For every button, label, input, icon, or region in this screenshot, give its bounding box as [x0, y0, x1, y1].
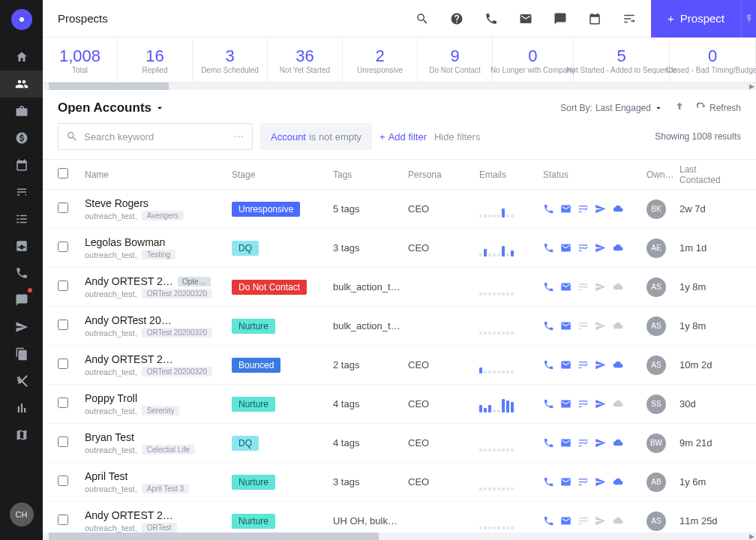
stat-card[interactable]: 16Replied [118, 38, 193, 82]
prospect-name[interactable]: Andy ORTest 20200327 [85, 314, 175, 326]
email-icon[interactable] [560, 476, 572, 488]
email-icon[interactable] [560, 359, 572, 370]
table-row[interactable]: Steve Rogers outreach_test,Avengers Unre… [43, 190, 756, 229]
email-icon[interactable] [519, 12, 532, 26]
col-persona[interactable]: Persona [408, 170, 479, 180]
row-checkbox[interactable] [58, 514, 68, 525]
send-icon[interactable] [595, 242, 606, 254]
phone-icon[interactable] [543, 398, 554, 410]
send-icon[interactable] [595, 515, 606, 526]
row-checkbox[interactable] [58, 242, 68, 252]
stage-badge[interactable]: Nurture [232, 475, 275, 490]
row-checkbox[interactable] [58, 320, 68, 330]
cloud-icon[interactable] [612, 437, 623, 448]
table-row[interactable]: Legolas Bowman outreach_test,Testing DQ … [43, 229, 756, 268]
row-checkbox[interactable] [58, 398, 68, 408]
tags-text[interactable]: UH OH, bulk_… [333, 515, 400, 526]
nav-dollar[interactable] [0, 124, 43, 152]
task-icon[interactable] [578, 320, 589, 332]
account-pill[interactable]: ORTest 20200320 [142, 289, 212, 298]
task-icon[interactable] [578, 203, 589, 214]
cloud-icon[interactable] [612, 476, 623, 488]
nav-list[interactable] [0, 206, 43, 232]
cloud-icon[interactable] [612, 281, 623, 292]
col-stage[interactable]: Stage [232, 170, 333, 180]
stat-card[interactable]: 2Unresponsive [343, 38, 418, 82]
nav-phone[interactable] [0, 260, 43, 286]
cloud-icon[interactable] [612, 242, 623, 254]
stage-badge[interactable]: Nurture [232, 397, 275, 412]
account-pill[interactable]: April Test 3 [142, 484, 189, 494]
table-scrollbar[interactable]: ▶ [43, 532, 756, 540]
stats-scrollbar[interactable]: ▶ [43, 82, 756, 90]
nav-home[interactable] [0, 44, 43, 70]
tags-text[interactable]: 5 tags [333, 203, 400, 214]
search-input[interactable] [84, 131, 227, 142]
account-pill[interactable]: ORTest [142, 523, 177, 532]
logo[interactable] [11, 9, 32, 30]
stat-card[interactable]: 5Not Started - Added to Sequence [574, 38, 670, 82]
cloud-icon[interactable] [612, 203, 623, 214]
tags-text[interactable]: 2 tags [333, 359, 400, 370]
tags-text[interactable]: bulk_action_tag [333, 320, 400, 332]
stage-badge[interactable]: DQ [232, 241, 259, 256]
owner-avatar[interactable]: AE [646, 238, 666, 258]
phone-icon[interactable] [543, 320, 554, 332]
table-row[interactable]: Andy ORTest 20200327 outreach_test,ORTes… [43, 307, 756, 346]
bolt-button[interactable] [741, 0, 756, 38]
select-all-checkbox[interactable] [58, 168, 68, 178]
stage-badge[interactable]: Nurture [232, 319, 275, 334]
table-row[interactable]: April Test outreach_test,April Test 3 Nu… [43, 463, 756, 502]
owner-avatar[interactable]: SS [646, 394, 666, 414]
nav-send[interactable] [0, 314, 43, 340]
account-pill[interactable]: Avengers [142, 211, 184, 220]
task-icon[interactable] [578, 242, 589, 254]
calendar-icon[interactable] [588, 12, 602, 26]
prospect-name[interactable]: Bryan Test [85, 431, 134, 443]
add-prospect-button[interactable]: + Prospect [651, 0, 741, 38]
view-selector[interactable]: Open Accounts [58, 100, 165, 116]
stat-card[interactable]: 36Not Yet Started [268, 38, 343, 82]
owner-avatar[interactable]: AS [646, 512, 666, 531]
phone-icon[interactable] [543, 242, 554, 254]
col-name[interactable]: Name [85, 170, 232, 180]
tasks-icon[interactable] [622, 12, 636, 26]
cloud-icon[interactable] [612, 359, 623, 370]
owner-avatar[interactable]: AS [646, 316, 666, 336]
nav-chart[interactable] [0, 394, 43, 422]
cloud-icon[interactable] [612, 398, 623, 410]
account-pill[interactable]: Serenity [142, 406, 180, 416]
send-icon[interactable] [595, 398, 606, 410]
stat-card[interactable]: 0No Longer with Company [493, 38, 574, 82]
nav-people[interactable] [0, 70, 43, 98]
email-icon[interactable] [560, 320, 572, 332]
stage-badge[interactable]: Do Not Contact [232, 280, 307, 295]
send-icon[interactable] [595, 437, 606, 448]
add-filter-button[interactable]: +Add filter [380, 131, 427, 142]
nav-copy[interactable] [0, 340, 43, 368]
account-pill[interactable]: Celectial Life [142, 445, 195, 454]
search-icon[interactable] [416, 12, 429, 26]
account-pill[interactable]: ORTest 20200320 [142, 367, 212, 376]
stat-card[interactable]: 1,008Total [43, 38, 118, 82]
row-checkbox[interactable] [58, 436, 68, 447]
prospect-name[interactable]: Andy ORTEST 20… [85, 275, 175, 287]
stat-card[interactable]: 0Closed - Bad Timing/Budget [670, 38, 756, 82]
nav-chat[interactable] [0, 286, 43, 314]
task-icon[interactable] [578, 398, 589, 410]
tags-text[interactable]: bulk_action_tag [333, 281, 400, 292]
col-emails[interactable]: Emails [479, 170, 543, 180]
phone-icon[interactable] [543, 281, 554, 292]
prospect-name[interactable]: Andy ORTEST 20200327B [85, 509, 175, 521]
row-checkbox[interactable] [58, 280, 68, 291]
cloud-icon[interactable] [612, 515, 623, 526]
user-avatar[interactable]: CH [10, 502, 34, 526]
task-icon[interactable] [578, 515, 589, 526]
table-row[interactable]: Poppy Troll outreach_test,Serenity Nurtu… [43, 385, 756, 424]
chat-icon[interactable] [554, 12, 567, 26]
col-last[interactable]: Last Contacted [680, 164, 740, 185]
prospect-name[interactable]: Poppy Troll [85, 392, 137, 404]
stat-card[interactable]: 9Do Not Contact [418, 38, 493, 82]
table-row[interactable]: Bryan Test outreach_test,Celectial Life … [43, 424, 756, 463]
phone-icon[interactable] [543, 476, 554, 488]
